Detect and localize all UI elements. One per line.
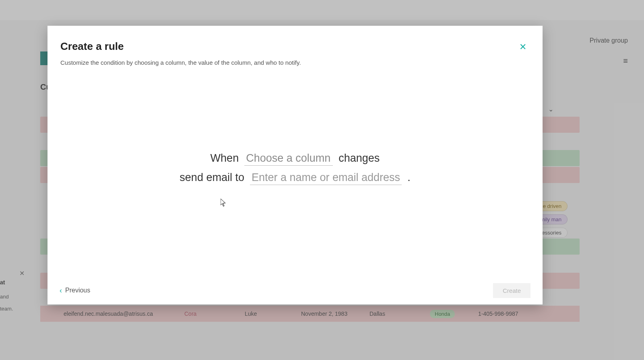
modal-subtitle: Customize the condition by choosing a co… [47,56,543,66]
recipient-input[interactable]: Enter a name or email address [250,171,402,185]
text-send-email-to: send email to [180,171,244,184]
cursor-icon [221,199,226,208]
create-rule-modal: ✕ Create a rule Customize the condition … [47,26,543,304]
rule-builder: When Choose a column changes send email … [47,146,543,191]
chevron-left-icon: ‹ [60,286,62,295]
text-when: When [211,152,239,165]
text-changes: changes [339,152,380,165]
create-button[interactable]: Create [493,283,530,298]
close-icon[interactable]: ✕ [519,42,526,52]
text-period: . [407,171,411,184]
modal-title: Create a rule [60,40,530,53]
choose-column-dropdown[interactable]: Choose a column [244,152,333,166]
rule-line-condition: When Choose a column changes [47,152,543,166]
rule-line-action: send email to Enter a name or email addr… [47,171,543,185]
previous-label: Previous [65,287,90,294]
previous-button[interactable]: ‹ Previous [60,286,90,295]
modal-footer: ‹ Previous Create [47,276,543,304]
